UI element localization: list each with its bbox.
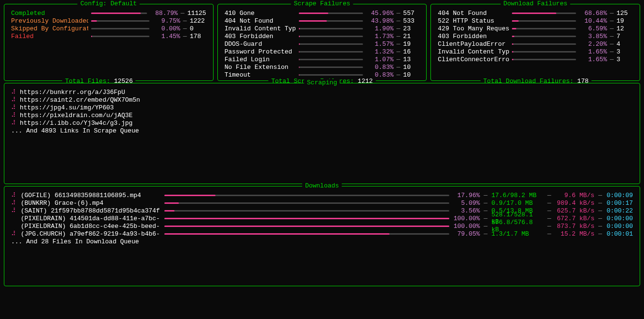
stat-row: 404 Not Found43.98%—533: [225, 17, 420, 25]
stat-percent: 2.20%: [579, 40, 607, 48]
download-speed: 625.7 kB/s: [555, 207, 594, 214]
stat-row: 522 HTTP Status10.44%—19: [438, 17, 633, 25]
download-size: 17.6/98.2 MB: [491, 192, 543, 199]
stat-count: 3: [617, 48, 633, 55]
stat-count: 10: [403, 71, 419, 79]
stat-row: Failed1.45%—178: [11, 32, 206, 40]
stat-percent: 88.79%: [150, 10, 178, 17]
stat-percent: 0.00%: [152, 25, 180, 32]
progress-bar: [164, 226, 449, 227]
download-filename: (BUNKRR) Grace-(6).mp4: [21, 199, 161, 207]
scrape-link-row: ⠼https://bunkrrr.org/a/J36FpU: [11, 88, 633, 96]
stat-row: 403 Forbidden1.73%—21: [225, 32, 420, 40]
download-row: ⠼(BUNKRR) Grace-(6).mp45.09%—0.9/17.0 MB…: [11, 199, 633, 207]
progress-bar: [164, 233, 449, 235]
stat-percent: 1.07%: [366, 56, 394, 63]
stat-count: 533: [403, 17, 419, 25]
scrape-url: https://jpg4.su/img/YP603: [20, 104, 114, 111]
download-percent: 5.09%: [453, 199, 480, 207]
stat-count: 1222: [190, 17, 206, 25]
download-percent: 79.05%: [453, 230, 480, 238]
download-size: 1.3/1.7 MB: [491, 230, 543, 238]
stat-count: 4: [617, 40, 633, 48]
stat-row: Invalid Content Type1.65%—3: [438, 48, 633, 55]
stat-count: 12: [617, 25, 633, 32]
stat-label: ClientConnectorError: [438, 56, 509, 63]
stat-percent: 68.68%: [579, 10, 607, 17]
progress-bar: [512, 36, 576, 37]
stat-percent: 1.90%: [366, 25, 394, 32]
download-row: ⠼(JPG.CHURCH) a79ef862-9219-4a93-b4b6-..…: [11, 230, 633, 238]
stat-percent: 1.65%: [579, 56, 607, 63]
stat-percent: 3.85%: [579, 33, 607, 40]
stat-percent: 45.96%: [366, 10, 394, 17]
progress-bar: [512, 59, 576, 60]
progress-bar: [164, 202, 449, 204]
stat-label: DDOS-Guard: [225, 40, 296, 48]
progress-bar: [91, 13, 147, 14]
stat-label: Failed Login: [225, 56, 296, 63]
stat-row: No File Extension0.83%—10: [225, 63, 420, 71]
stat-count: 3: [617, 56, 633, 63]
stat-label: 404 Not Found: [225, 17, 296, 25]
spinner-icon: ⠼: [11, 119, 17, 127]
stat-percent: 43.98%: [366, 17, 394, 25]
download-title: Download Failures: [500, 0, 570, 7]
progress-bar: [512, 51, 576, 53]
progress-bar: [299, 74, 363, 76]
stat-percent: 0.83%: [366, 64, 394, 71]
stat-count: 0: [190, 25, 206, 32]
download-filename: (PIXELDRAIN) 6ab1d8cc-c4ee-425b-beed-...: [21, 223, 161, 230]
progress-bar: [164, 195, 449, 196]
download-queue-text: ... And 28 Files In Download Queue: [11, 238, 633, 245]
spinner-icon: ⠼: [11, 104, 17, 111]
stat-count: 19: [617, 17, 633, 25]
stat-label: Skipped By Configuration: [11, 25, 88, 32]
stat-count: 557: [403, 10, 419, 17]
stat-row: 404 Not Found68.68%—125: [438, 9, 633, 17]
download-speed: 9.6 MB/s: [555, 192, 594, 199]
stat-row: ClientConnectorError1.65%—3: [438, 55, 633, 63]
spinner-icon: ⠼: [11, 88, 17, 96]
stat-label: 429 Too Many Requests: [438, 25, 509, 32]
progress-bar: [512, 20, 576, 22]
stat-count: 7: [617, 33, 633, 40]
stat-count: 10: [403, 64, 419, 71]
download-percent: 100.00%: [453, 223, 480, 230]
download-filename: (SAINT) 21f597bb8788dd5871d95b4ca374f...: [21, 207, 161, 214]
progress-bar: [164, 210, 449, 212]
stat-count: 125: [617, 10, 633, 17]
download-filename: (PIXELDRAIN) 414501da-dd88-411e-a7bc-...: [21, 215, 161, 222]
scrape-url: https://saint2.cr/embed/QWX7Om5n: [20, 96, 140, 104]
scrape-link-row: ⠼https://jpg4.su/img/YP603: [11, 104, 633, 111]
stat-label: Password Protected: [225, 48, 296, 55]
download-eta: 0:00:00: [606, 223, 633, 230]
downloads-title: Downloads: [302, 182, 342, 189]
download-filename: (JPG.CHURCH) a79ef862-9219-4a93-b4b6-...: [21, 230, 161, 238]
progress-bar: [299, 66, 363, 68]
stat-label: No File Extension: [225, 64, 296, 71]
stat-label: Previously Downloaded: [11, 17, 88, 25]
stat-count: 178: [190, 33, 206, 40]
stat-percent: 9.75%: [152, 17, 180, 25]
stat-count: 21: [403, 33, 419, 40]
spinner-icon: ⠼: [11, 199, 17, 207]
config-title: Config: Default: [78, 0, 140, 7]
download-eta: 0:00:01: [606, 230, 633, 238]
stat-label: Invalid Content Type: [438, 48, 509, 55]
scraping-title: Scraping: [304, 79, 340, 86]
stat-row: Skipped By Configuration0.00%—0: [11, 25, 206, 32]
stat-percent: 1.32%: [366, 48, 394, 55]
stat-label: 403 Forbidden: [225, 33, 296, 40]
spinner-icon: ⠼: [11, 207, 17, 214]
scrape-failures-panel: Scrape Failures 410 Gone45.96%—557404 No…: [217, 4, 427, 81]
download-speed: 989.4 kB/s: [555, 199, 594, 207]
stat-row: Previously Downloaded9.75%—1222: [11, 17, 206, 25]
stat-percent: 6.59%: [579, 25, 607, 32]
stat-row: Completed88.79%—11125: [11, 9, 206, 17]
progress-bar: [512, 13, 576, 14]
stat-count: 23: [403, 25, 419, 32]
scrape-title: Scrape Failures: [291, 0, 353, 7]
stat-label: Invalid Content Type: [225, 25, 296, 32]
scrape-link-row: ⠼https://saint2.cr/embed/QWX7Om5n: [11, 96, 633, 104]
